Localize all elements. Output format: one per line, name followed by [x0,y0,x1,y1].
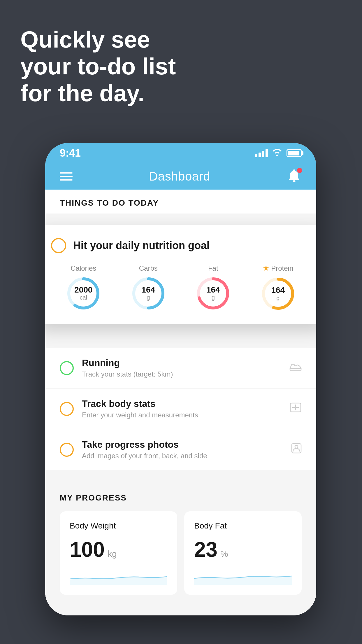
progress-photos-checkbox[interactable] [60,443,74,457]
todo-item-progress-photos[interactable]: Take progress photos Add images of your … [45,429,316,470]
notification-dot [297,168,302,173]
headline-line2: your to-do list [20,53,176,80]
progress-section: MY PROGRESS Body Weight 100 kg [45,479,316,603]
protein-value: 164 [271,286,285,295]
todo-item-body-stats[interactable]: Track body stats Enter your weight and m… [45,388,316,429]
nutrition-card-title: Hit your daily nutrition goal [73,239,210,252]
calories-unit: cal [74,294,92,301]
running-title: Running [82,358,289,368]
nutrition-protein: ★ Protein 164 g [261,264,296,311]
progress-photos-content: Take progress photos Add images of your … [82,439,291,460]
headline-line3: for the day. [20,80,176,107]
carbs-unit: g [141,294,155,301]
protein-label: Protein [271,264,293,272]
status-bar: 9:41 [45,143,316,163]
nutrition-card: Hit your daily nutrition goal Calories [45,225,316,324]
todo-item-running[interactable]: Running Track your stats (target: 5km) [45,348,316,388]
body-weight-value-row: 100 kg [70,538,167,561]
carbs-circle: 164 g [131,276,166,311]
body-stats-subtitle: Enter your weight and measurements [82,411,289,419]
app-content: THINGS TO DO TODAY Hit your daily nutrit… [45,190,316,615]
body-fat-number: 23 [194,538,217,561]
body-weight-label: Body Weight [70,521,167,531]
headline-line1: Quickly see [20,26,176,53]
protein-label-row: ★ Protein [263,264,293,273]
running-content: Running Track your stats (target: 5km) [82,358,289,378]
nutrition-carbs: Carbs 164 g [131,264,166,311]
progress-photos-subtitle: Add images of your front, back, and side [82,452,291,460]
card-title-row: Hit your daily nutrition goal [51,238,310,253]
body-stats-content: Track body stats Enter your weight and m… [82,398,289,419]
nutrition-fat: Fat 164 g [196,264,231,311]
protein-circle: 164 g [261,276,296,311]
progress-cards: Body Weight 100 kg [60,511,302,595]
calories-circle: 2000 cal [66,276,101,311]
body-stats-checkbox[interactable] [60,402,74,416]
status-time: 9:41 [60,147,81,159]
status-icons [255,148,302,158]
body-fat-value-row: 23 % [194,538,292,561]
progress-photos-title: Take progress photos [82,439,291,450]
app-header: Dashboard [45,163,316,190]
scale-icon [289,402,302,415]
body-weight-unit: kg [108,549,117,559]
notification-bell-button[interactable] [287,168,302,185]
calories-label: Calories [71,264,96,272]
protein-unit: g [271,295,285,302]
fat-value: 164 [206,286,220,295]
phone-mockup: 9:41 [45,143,316,615]
page-background: Quickly see your to-do list for the day.… [0,0,362,644]
body-fat-unit: % [220,549,228,559]
body-weight-card: Body Weight 100 kg [60,511,177,595]
todo-list: Running Track your stats (target: 5km) [45,348,316,470]
running-subtitle: Track your stats (target: 5km) [82,370,289,378]
person-icon [291,443,302,456]
section-title: THINGS TO DO TODAY [60,198,302,208]
running-checkbox[interactable] [60,361,74,375]
body-fat-chart [194,567,292,585]
carbs-value: 164 [141,286,155,295]
calories-value: 2000 [74,286,92,295]
signal-bars-icon [255,149,268,157]
hamburger-menu-button[interactable] [60,172,73,181]
fat-circle: 164 g [196,276,231,311]
wifi-icon [272,148,282,158]
nutrition-checkbox[interactable] [51,238,66,253]
svg-point-0 [293,180,296,182]
body-weight-chart [70,567,167,585]
star-icon: ★ [263,264,269,273]
headline: Quickly see your to-do list for the day. [20,26,176,107]
body-stats-title: Track body stats [82,398,289,409]
nutrition-circles: Calories 2000 cal [51,264,310,311]
body-fat-label: Body Fat [194,521,292,531]
body-fat-card: Body Fat 23 % [184,511,302,595]
shoe-icon [289,361,302,374]
body-weight-number: 100 [70,538,105,561]
progress-section-title: MY PROGRESS [60,493,302,503]
svg-point-13 [295,445,298,448]
header-title: Dashboard [149,169,210,183]
nutrition-calories: Calories 2000 cal [66,264,101,311]
fat-label: Fat [208,264,218,272]
battery-icon [287,149,302,157]
carbs-label: Carbs [139,264,158,272]
fat-unit: g [206,294,220,301]
section-header: THINGS TO DO TODAY [45,190,316,214]
